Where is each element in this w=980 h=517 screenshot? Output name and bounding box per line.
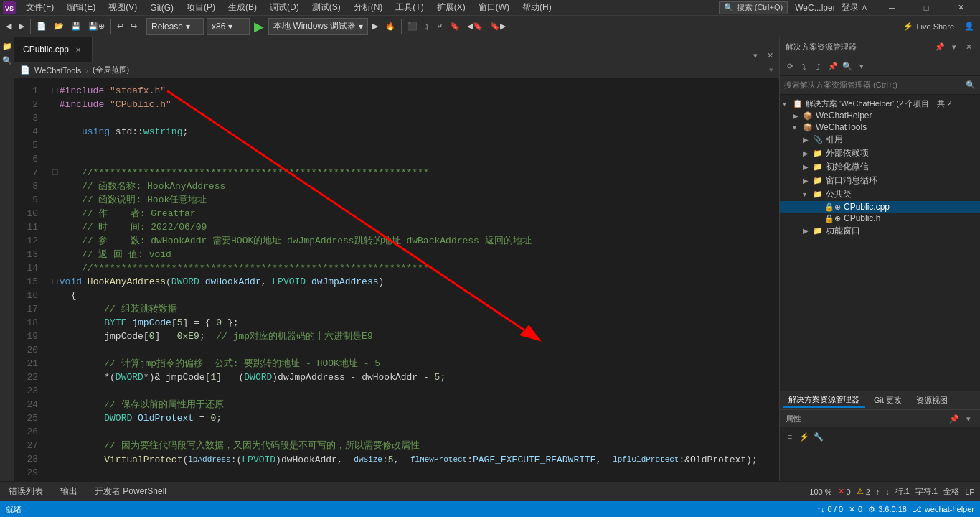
run-button[interactable]: ▶ [251, 17, 267, 36]
code-text: , [596, 453, 613, 467]
menu-analyze[interactable]: 分析(N) [348, 0, 389, 15]
bottom-tab-output[interactable]: 输出 [52, 482, 86, 502]
menu-build[interactable]: 生成(B) [222, 0, 263, 15]
status-version[interactable]: ⚙ 3.6.0.18 [868, 505, 907, 514]
start-debug-button[interactable]: ▶ [369, 18, 381, 35]
tree-refs[interactable]: ▶ 📎 引用 [780, 133, 980, 146]
tree-init-wechat[interactable]: ▶ 📁 初始化微信 [780, 160, 980, 174]
breadcrumb-project[interactable]: WeChatTools [34, 66, 81, 75]
menu-extensions[interactable]: 扩展(X) [431, 0, 471, 15]
breadcrumb-scope[interactable]: (全局范围) [93, 65, 129, 75]
cursor-col: 字符:1 [915, 486, 938, 497]
props-pin-button[interactable]: 📌 [948, 413, 960, 424]
se-toolbar-btn-1[interactable]: ⟳ [784, 61, 796, 73]
save-button[interactable]: 💾 [68, 18, 84, 35]
number: 0 [149, 330, 155, 343]
props-sort-button[interactable]: ≡ [784, 431, 796, 442]
error-count[interactable]: ✕ 0 [838, 487, 851, 496]
redo-button[interactable]: ↪ [128, 18, 140, 35]
breakpoint-button[interactable]: ⬛ [405, 18, 420, 35]
new-file-button[interactable]: 📄 [34, 18, 50, 35]
nav-forward-button[interactable]: ▶ [16, 18, 27, 35]
tree-external-deps[interactable]: ▶ 📁 外部依赖项 [780, 146, 980, 160]
panel-close-button[interactable]: ✕ [963, 42, 974, 53]
props-category-button[interactable]: ⚡ [798, 431, 810, 442]
minimize-button[interactable]: ─ [875, 0, 908, 16]
tab-list-button[interactable]: ▾ [749, 49, 762, 62]
props-settings-button[interactable]: 🔧 [813, 431, 824, 442]
se-toolbar-btn-2[interactable]: ⤵ [798, 61, 810, 73]
tree-cpublic-cpp[interactable]: ▶ 🔒⊕ CPublic.cpp [780, 201, 980, 213]
tree-func-window[interactable]: ▶ 📁 功能窗口 [780, 224, 980, 238]
menu-window[interactable]: 窗口(W) [473, 0, 515, 15]
warning-count[interactable]: ⚠ 2 [857, 487, 870, 496]
tab-close-all-button[interactable]: ✕ [763, 49, 776, 62]
live-share-button[interactable]: ⚡ Live Share [897, 20, 960, 32]
save-all-button[interactable]: 💾⊕ [85, 18, 108, 35]
status-sync[interactable]: ✕ 0 [849, 505, 862, 514]
se-tab-git[interactable]: Git 更改 [868, 393, 908, 407]
debugger-dropdown[interactable]: 本地 Windows 调试器 ▾ [268, 18, 368, 35]
code-line-1: □ #include "stdafx.h" [52, 84, 773, 98]
restore-button[interactable]: □ [910, 0, 943, 16]
step-into-button[interactable]: ⤶ [433, 18, 446, 35]
bookmark-button[interactable]: 🔖 [447, 18, 463, 35]
se-toolbar-btn-4[interactable]: 📌 [827, 61, 839, 73]
configuration-dropdown[interactable]: Release ▾ [146, 18, 204, 35]
undo-button[interactable]: ↩ [114, 18, 126, 35]
tree-common-class[interactable]: ▾ 📁 公共类 [780, 187, 980, 201]
open-file-button[interactable]: 📂 [51, 18, 67, 35]
solution-root[interactable]: ▾ 📋 解决方案 'WeChatHelper' (2 个项目，共 2 [780, 98, 980, 110]
panel-pin-button[interactable]: 📌 [934, 42, 946, 53]
menu-git[interactable]: Git(G) [144, 1, 179, 14]
menu-project[interactable]: 项目(P) [181, 0, 221, 15]
nav-back-button[interactable]: ◀ [3, 18, 14, 35]
signin-btn[interactable]: 登录 ∧ [842, 1, 868, 14]
se-toolbar: ⟳ ⤵ ⤴ 📌 🔍 ▾ [780, 57, 980, 76]
menu-edit[interactable]: 编辑(E) [61, 0, 101, 15]
bookmark-next-button[interactable]: 🔖▶ [487, 18, 509, 35]
se-search-box[interactable]: 搜索解决方案资源管理器 (Ctrl+;) 🔍 [780, 76, 980, 95]
close-button[interactable]: ✕ [944, 0, 977, 16]
step-over-button[interactable]: ⤵ [422, 18, 432, 35]
status-repo[interactable]: ⎇ wechat-helper [913, 505, 974, 514]
se-toolbar-btn-6[interactable]: ▾ [856, 61, 867, 73]
menu-help[interactable]: 帮助(H) [517, 0, 557, 15]
menu-test[interactable]: 测试(S) [306, 0, 347, 15]
fold-1[interactable]: □ [52, 84, 58, 98]
menu-debug[interactable]: 调试(D) [264, 0, 305, 15]
project-icon-2: 📦 [803, 123, 813, 132]
code-content[interactable]: □ #include "stdafx.h" #include "CPublic.… [47, 78, 773, 481]
se-tab-resources[interactable]: 资源视图 [910, 393, 953, 407]
panel-arrow-button[interactable]: ▾ [948, 42, 960, 53]
se-toolbar-btn-5[interactable]: 🔍 [842, 61, 853, 73]
project-wechattools[interactable]: ▾ 📦 WeChatTools [780, 121, 980, 133]
up-arrow-btn[interactable]: ↑ [876, 488, 880, 496]
tree-cpublic-h[interactable]: ▶ 🔒⊕ CPublic.h [780, 213, 980, 224]
file-tab-cpublic-cpp[interactable]: CPublic.cpp ✕ [14, 37, 93, 62]
project-wechathelper[interactable]: ▶ 📦 WeChatHelper [780, 110, 980, 121]
fold-15[interactable]: □ [52, 275, 58, 289]
bookmark-prev-button[interactable]: ◀🔖 [464, 18, 486, 35]
menu-file[interactable]: 文件(F) [20, 0, 60, 15]
tree-msg-loop[interactable]: ▶ 📁 窗口消息循环 [780, 174, 980, 187]
activity-search-icon[interactable]: 🔍 [1, 55, 13, 66]
menu-view[interactable]: 视图(V) [103, 0, 143, 15]
bottom-tab-errors[interactable]: 错误列表 [0, 482, 52, 502]
se-tab-solution[interactable]: 解决方案资源管理器 [783, 393, 865, 408]
se-toolbar-btn-3[interactable]: ⤴ [813, 61, 824, 73]
profile-button[interactable]: 👤 [961, 18, 977, 35]
activity-explorer-icon[interactable]: 📁 [1, 40, 13, 52]
tab-close-button[interactable]: ✕ [73, 45, 83, 55]
status-push-pull[interactable]: ↑↓ 0 / 0 [817, 505, 843, 514]
architecture-dropdown[interactable]: x86 ▾ [207, 18, 250, 35]
menu-search-box[interactable]: 🔍 搜索 (Ctrl+Q) [719, 1, 788, 14]
line-number: 24 [17, 398, 44, 411]
search-icon: 🔍 [724, 3, 734, 12]
props-arrow-button[interactable]: ▾ [963, 413, 974, 424]
menu-tools[interactable]: 工具(T) [390, 0, 429, 15]
hot-reload-button[interactable]: 🔥 [382, 18, 398, 35]
down-arrow-btn[interactable]: ↓ [885, 488, 890, 496]
fold-7[interactable]: □ [52, 166, 58, 180]
bottom-tab-powershell[interactable]: 开发者 PowerShell [86, 482, 175, 502]
